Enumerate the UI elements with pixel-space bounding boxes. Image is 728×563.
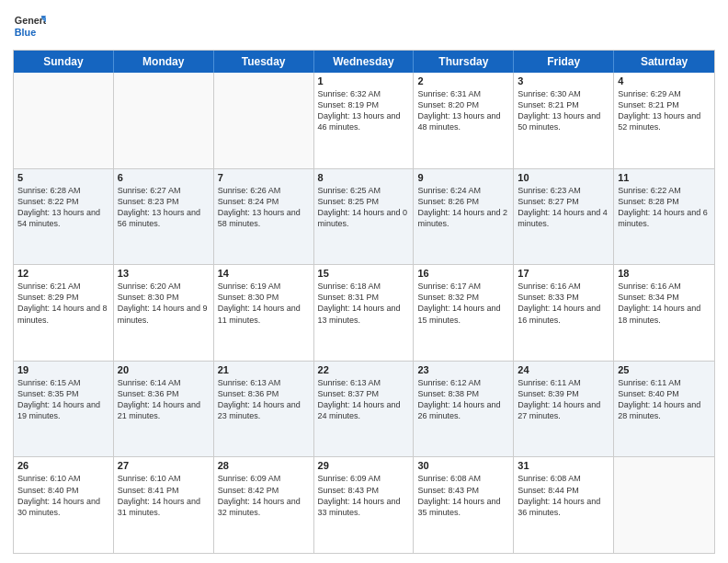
calendar-cell: 28Sunrise: 6:09 AMSunset: 8:42 PMDayligh… — [214, 457, 314, 553]
header: General Blue — [13, 9, 715, 42]
calendar-cell — [14, 73, 114, 168]
day-number: 6 — [118, 172, 210, 183]
day-number: 13 — [118, 268, 210, 279]
calendar-cell: 16Sunrise: 6:17 AMSunset: 8:32 PMDayligh… — [414, 265, 514, 361]
calendar-week-4: 26Sunrise: 6:10 AMSunset: 8:40 PMDayligh… — [14, 456, 714, 553]
calendar-cell: 22Sunrise: 6:13 AMSunset: 8:37 PMDayligh… — [314, 362, 415, 457]
day-number: 17 — [518, 268, 609, 279]
calendar-week-0: 1Sunrise: 6:32 AMSunset: 8:19 PMDaylight… — [14, 73, 714, 168]
calendar-cell: 6Sunrise: 6:27 AMSunset: 8:23 PMDaylight… — [114, 169, 214, 265]
cell-info: Sunrise: 6:15 AMSunset: 8:35 PMDaylight:… — [17, 377, 109, 422]
cell-info: Sunrise: 6:10 AMSunset: 8:41 PMDaylight:… — [118, 473, 210, 518]
cell-info: Sunrise: 6:19 AMSunset: 8:30 PMDaylight:… — [218, 281, 310, 326]
cell-info: Sunrise: 6:10 AMSunset: 8:40 PMDaylight:… — [17, 473, 109, 518]
day-header-monday: Monday — [114, 51, 214, 73]
day-number: 22 — [318, 364, 410, 375]
day-number: 19 — [17, 364, 109, 375]
cell-info: Sunrise: 6:22 AMSunset: 8:28 PMDaylight:… — [618, 185, 711, 230]
day-number: 7 — [218, 172, 310, 183]
calendar-header-row: SundayMondayTuesdayWednesdayThursdayFrid… — [14, 51, 714, 73]
day-number: 2 — [417, 75, 509, 86]
day-header-tuesday: Tuesday — [214, 51, 314, 73]
day-number: 12 — [17, 268, 109, 279]
calendar-cell: 4Sunrise: 6:29 AMSunset: 8:21 PMDaylight… — [614, 73, 714, 168]
calendar-cell — [214, 73, 314, 168]
day-number: 23 — [417, 364, 509, 375]
day-header-friday: Friday — [514, 51, 614, 73]
cell-info: Sunrise: 6:26 AMSunset: 8:24 PMDaylight:… — [218, 185, 310, 230]
calendar-cell: 11Sunrise: 6:22 AMSunset: 8:28 PMDayligh… — [614, 169, 714, 265]
day-number: 5 — [17, 172, 109, 183]
calendar-cell: 26Sunrise: 6:10 AMSunset: 8:40 PMDayligh… — [14, 457, 114, 553]
day-number: 9 — [417, 172, 509, 183]
calendar-cell: 31Sunrise: 6:08 AMSunset: 8:44 PMDayligh… — [514, 457, 614, 553]
cell-info: Sunrise: 6:16 AMSunset: 8:33 PMDaylight:… — [518, 281, 609, 326]
cell-info: Sunrise: 6:25 AMSunset: 8:25 PMDaylight:… — [318, 185, 410, 230]
cell-info: Sunrise: 6:17 AMSunset: 8:32 PMDaylight:… — [417, 281, 509, 326]
day-number: 11 — [618, 172, 711, 183]
calendar-cell: 27Sunrise: 6:10 AMSunset: 8:41 PMDayligh… — [114, 457, 214, 553]
day-number: 24 — [518, 364, 609, 375]
day-number: 25 — [618, 364, 711, 375]
day-header-saturday: Saturday — [614, 51, 714, 73]
cell-info: Sunrise: 6:31 AMSunset: 8:20 PMDaylight:… — [417, 88, 509, 133]
cell-info: Sunrise: 6:11 AMSunset: 8:40 PMDaylight:… — [618, 377, 711, 422]
calendar-cell: 23Sunrise: 6:12 AMSunset: 8:38 PMDayligh… — [414, 362, 514, 457]
page: General Blue SundayMondayTuesdayWednesda… — [0, 0, 728, 563]
day-number: 4 — [618, 75, 711, 86]
calendar-cell: 9Sunrise: 6:24 AMSunset: 8:26 PMDaylight… — [414, 169, 514, 265]
day-header-thursday: Thursday — [414, 51, 514, 73]
cell-info: Sunrise: 6:09 AMSunset: 8:43 PMDaylight:… — [318, 473, 410, 518]
cell-info: Sunrise: 6:13 AMSunset: 8:37 PMDaylight:… — [318, 377, 410, 422]
calendar-cell: 14Sunrise: 6:19 AMSunset: 8:30 PMDayligh… — [214, 265, 314, 361]
calendar-cell: 30Sunrise: 6:08 AMSunset: 8:43 PMDayligh… — [414, 457, 514, 553]
cell-info: Sunrise: 6:09 AMSunset: 8:42 PMDaylight:… — [218, 473, 310, 518]
day-number: 20 — [118, 364, 210, 375]
calendar-week-2: 12Sunrise: 6:21 AMSunset: 8:29 PMDayligh… — [14, 264, 714, 361]
cell-info: Sunrise: 6:23 AMSunset: 8:27 PMDaylight:… — [518, 185, 609, 230]
calendar: SundayMondayTuesdayWednesdayThursdayFrid… — [13, 50, 715, 554]
day-number: 29 — [318, 460, 410, 471]
day-number: 15 — [318, 268, 410, 279]
calendar-cell: 5Sunrise: 6:28 AMSunset: 8:22 PMDaylight… — [14, 169, 114, 265]
day-number: 21 — [218, 364, 310, 375]
calendar-cell: 17Sunrise: 6:16 AMSunset: 8:33 PMDayligh… — [514, 265, 614, 361]
calendar-cell: 19Sunrise: 6:15 AMSunset: 8:35 PMDayligh… — [14, 362, 114, 457]
cell-info: Sunrise: 6:20 AMSunset: 8:30 PMDaylight:… — [118, 281, 210, 326]
calendar-cell: 15Sunrise: 6:18 AMSunset: 8:31 PMDayligh… — [314, 265, 415, 361]
cell-info: Sunrise: 6:13 AMSunset: 8:36 PMDaylight:… — [218, 377, 310, 422]
day-number: 10 — [518, 172, 609, 183]
calendar-week-3: 19Sunrise: 6:15 AMSunset: 8:35 PMDayligh… — [14, 361, 714, 457]
calendar-cell: 3Sunrise: 6:30 AMSunset: 8:21 PMDaylight… — [514, 73, 614, 168]
calendar-cell: 8Sunrise: 6:25 AMSunset: 8:25 PMDaylight… — [314, 169, 415, 265]
day-number: 3 — [518, 75, 609, 86]
cell-info: Sunrise: 6:28 AMSunset: 8:22 PMDaylight:… — [17, 185, 109, 230]
day-number: 1 — [318, 75, 410, 86]
calendar-cell: 20Sunrise: 6:14 AMSunset: 8:36 PMDayligh… — [114, 362, 214, 457]
cell-info: Sunrise: 6:08 AMSunset: 8:44 PMDaylight:… — [518, 473, 609, 518]
day-number: 8 — [318, 172, 410, 183]
cell-info: Sunrise: 6:21 AMSunset: 8:29 PMDaylight:… — [17, 281, 109, 326]
cell-info: Sunrise: 6:24 AMSunset: 8:26 PMDaylight:… — [417, 185, 509, 230]
calendar-cell: 13Sunrise: 6:20 AMSunset: 8:30 PMDayligh… — [114, 265, 214, 361]
cell-info: Sunrise: 6:12 AMSunset: 8:38 PMDaylight:… — [417, 377, 509, 422]
calendar-week-1: 5Sunrise: 6:28 AMSunset: 8:22 PMDaylight… — [14, 168, 714, 265]
calendar-cell: 10Sunrise: 6:23 AMSunset: 8:27 PMDayligh… — [514, 169, 614, 265]
calendar-cell: 18Sunrise: 6:16 AMSunset: 8:34 PMDayligh… — [614, 265, 714, 361]
cell-info: Sunrise: 6:30 AMSunset: 8:21 PMDaylight:… — [518, 88, 609, 133]
cell-info: Sunrise: 6:18 AMSunset: 8:31 PMDaylight:… — [318, 281, 410, 326]
cell-info: Sunrise: 6:14 AMSunset: 8:36 PMDaylight:… — [118, 377, 210, 422]
day-number: 26 — [17, 460, 109, 471]
cell-info: Sunrise: 6:29 AMSunset: 8:21 PMDaylight:… — [618, 88, 711, 133]
calendar-cell: 24Sunrise: 6:11 AMSunset: 8:39 PMDayligh… — [514, 362, 614, 457]
calendar-cell — [614, 457, 714, 553]
logo-icon: General Blue — [13, 9, 46, 42]
day-number: 28 — [218, 460, 310, 471]
day-number: 14 — [218, 268, 310, 279]
calendar-cell: 1Sunrise: 6:32 AMSunset: 8:19 PMDaylight… — [314, 73, 415, 168]
svg-text:General: General — [15, 15, 46, 26]
day-number: 30 — [417, 460, 509, 471]
calendar-cell: 25Sunrise: 6:11 AMSunset: 8:40 PMDayligh… — [614, 362, 714, 457]
day-number: 31 — [518, 460, 609, 471]
cell-info: Sunrise: 6:16 AMSunset: 8:34 PMDaylight:… — [618, 281, 711, 326]
